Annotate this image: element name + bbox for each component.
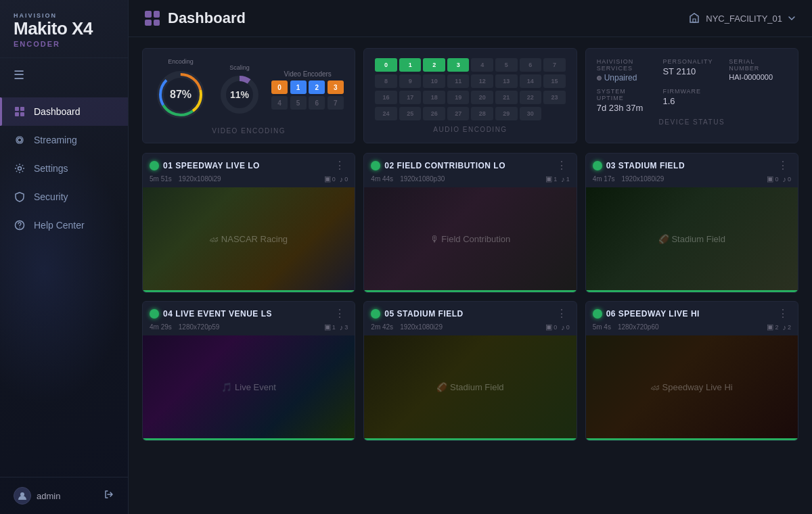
card-03-time: 4m 17s: [593, 175, 615, 183]
personality-label: Personality: [662, 58, 721, 65]
nav-section: Dashboard Streaming Setting: [0, 92, 128, 477]
enc-cell-6: 6: [309, 96, 325, 110]
username-label: admin: [37, 491, 60, 501]
audio-6: 6: [520, 58, 542, 72]
card-06-menu[interactable]: ⋮: [775, 307, 791, 320]
live-indicator-06: [593, 309, 602, 319]
encoder-card-01: 01 SPEEDWAY LIVE LO ⋮ 5m 51s 1920x1080i2…: [142, 153, 355, 293]
sidebar-item-label-security: Security: [34, 191, 68, 202]
audio-23: 23: [543, 91, 566, 104]
uptime-label: System Uptime: [597, 88, 655, 101]
card-05-time: 2m 42s: [371, 323, 393, 331]
sidebar-item-dashboard[interactable]: Dashboard: [0, 97, 128, 126]
encoder-card-04: 04 LIVE EVENT VENUE LS ⋮ 4m 29s 1280x720…: [142, 301, 355, 441]
monitor-icon-03: ▣: [767, 174, 773, 183]
audio-grid-row1: 0 1 2 3 4 5 6 7: [375, 58, 565, 72]
card-06-header: 06 SPEEDWAY LIVE HI ⋮: [586, 302, 798, 323]
audio-22: 22: [520, 91, 542, 104]
card-05-menu[interactable]: ⋮: [554, 307, 570, 320]
card-06-time: 5m 4s: [593, 323, 611, 331]
sidebar-item-streaming[interactable]: Streaming: [0, 126, 128, 154]
card-03-menu[interactable]: ⋮: [775, 159, 791, 172]
haivision-services-item: Haivision Services Unpaired: [597, 58, 655, 83]
audio-grid-top: 0 1 2 3 4 5 6 7 8 9 10 11 12: [375, 58, 565, 120]
card-01-menu[interactable]: ⋮: [332, 159, 348, 172]
header-left: Dashboard: [145, 9, 246, 27]
logout-button[interactable]: [104, 489, 114, 503]
facility-label: NYC_FACILITY_01: [706, 14, 782, 24]
card-02-menu[interactable]: ⋮: [554, 159, 570, 172]
shield-icon: [14, 191, 26, 203]
sidebar-item-label-streaming: Streaming: [34, 135, 77, 145]
sidebar-item-label-dashboard: Dashboard: [34, 106, 81, 117]
audio-grid-row4: 24 25 26 27 28 29 30: [375, 107, 565, 120]
card-03-icons: ▣ 0 ♪ 0: [767, 174, 791, 183]
gear-icon: [14, 162, 26, 174]
enc-cell-0: 0: [271, 80, 288, 94]
audio-30: 30: [520, 107, 542, 120]
hamburger-button[interactable]: ☰: [0, 58, 128, 92]
card-04-meta: 4m 29s 1280x720p59 ▣ 1 ♪ 3: [143, 323, 355, 335]
device-status-label: DEVICE STATUS: [597, 118, 787, 126]
enc-cell-3: 3: [328, 80, 344, 94]
sidebar-item-help[interactable]: Help Center: [0, 211, 128, 239]
firmware-item: Firmware 1.6: [662, 88, 721, 113]
main-header: Dashboard NYC_FACILITY_01: [129, 0, 812, 37]
speaker-icon-01: ♪: [340, 175, 344, 183]
sidebar-item-settings[interactable]: Settings: [0, 154, 128, 183]
audio-17: 17: [399, 91, 422, 104]
card-01-meta: 5m 51s 1920x1080i29 ▣ 0 ♪ 0: [143, 174, 355, 187]
card-04-video-count: ▣ 1: [324, 323, 336, 331]
audio-12: 12: [471, 74, 493, 88]
sidebar-item-security[interactable]: Security: [0, 183, 128, 211]
live-indicator-05: [371, 309, 380, 319]
card-04-image: [143, 335, 355, 440]
speaker-icon-03: ♪: [782, 175, 786, 183]
card-01-video-count: ▣ 0: [324, 174, 336, 183]
card-04-menu[interactable]: ⋮: [332, 307, 348, 320]
card-02-icons: ▣ 1 ♪ 1: [545, 174, 570, 183]
card-01-audio-count: ♪ 0: [340, 175, 348, 183]
product-type-label: ENCODER: [14, 40, 114, 48]
page-title: Dashboard: [168, 9, 246, 27]
speaker-icon-06: ♪: [782, 323, 786, 331]
dashboard-icon: [145, 11, 160, 26]
enc-cell-4: 4: [271, 96, 288, 110]
card-03-audio-count: ♪ 0: [782, 175, 791, 183]
monitor-icon-05: ▣: [545, 323, 552, 331]
encoder-card-05: 05 STADIUM FIELD ⋮ 2m 42s 1920x1080i29 ▣…: [363, 301, 577, 441]
encoding-donut: 87%: [154, 68, 208, 122]
sidebar-item-label-settings: Settings: [34, 163, 68, 174]
live-indicator-03: [593, 161, 602, 170]
uptime-value: 7d 23h 37m: [597, 103, 655, 113]
card-06-meta: 5m 4s 1280x720p60 ▣ 2 ♪ 2: [586, 323, 798, 335]
audio-11: 11: [447, 74, 470, 88]
help-icon: [14, 219, 26, 231]
encoder-card-06: 06 SPEEDWAY LIVE HI ⋮ 5m 4s 1280x720p60 …: [585, 301, 798, 441]
monitor-icon-01: ▣: [324, 174, 331, 183]
enc-cell-5: 5: [290, 96, 307, 110]
svg-rect-0: [15, 107, 19, 111]
user-info: admin: [14, 487, 60, 505]
monitor-icon-02: ▣: [545, 174, 552, 183]
card-05-title-row: 05 STADIUM FIELD: [371, 309, 463, 319]
encoding-percent: 87%: [170, 89, 191, 101]
card-01-resolution: 1920x1080i29: [179, 175, 221, 183]
card-02-video-count: ▣ 1: [545, 174, 557, 183]
card-01-time: 5m 51s: [150, 175, 172, 183]
facility-selector[interactable]: NYC_FACILITY_01: [688, 12, 796, 24]
personality-value: ST 2110: [662, 66, 721, 76]
card-03-title-row: 03 STADIUM FIELD: [593, 161, 685, 170]
card-06-name: 06 SPEEDWAY LIVE HI: [606, 309, 700, 319]
card-04-audio-count: ♪ 3: [340, 323, 348, 331]
live-indicator-04: [150, 309, 159, 319]
audio-grid-row3: 16 17 18 19 20 21 22 23: [375, 91, 565, 104]
main-content: Dashboard NYC_FACILITY_01 Encoding: [129, 0, 812, 514]
card-05-icons: ▣ 0 ♪ 0: [545, 323, 570, 331]
serial-number-label: Serial Number: [729, 58, 787, 72]
enc-cell-2: 2: [309, 80, 325, 94]
stream-icon: [14, 134, 26, 146]
audio-1: 1: [399, 58, 422, 72]
avatar: [14, 487, 31, 505]
card-05-image: [364, 335, 576, 440]
